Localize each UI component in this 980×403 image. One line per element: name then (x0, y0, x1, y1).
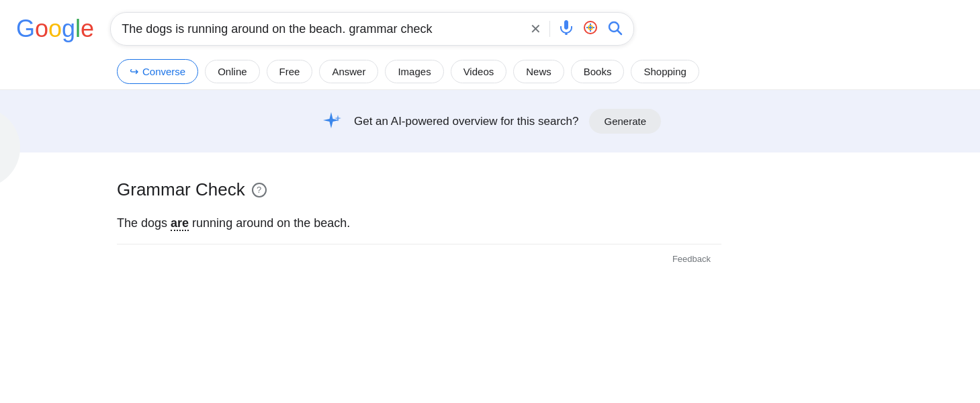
ai-banner-inner: Get an AI-powered overview for this sear… (319, 109, 661, 134)
filter-chip-videos[interactable]: Videos (451, 60, 507, 83)
help-icon[interactable]: ? (252, 183, 267, 197)
logo-o2: o (48, 15, 62, 43)
search-input[interactable] (122, 22, 522, 36)
search-divider (549, 21, 550, 37)
filter-label-images: Images (398, 66, 431, 77)
filters-row: ↪ Converse Online Free Answer Images Vid… (0, 54, 980, 90)
search-bar-icons: ✕ (530, 19, 623, 38)
mic-icon[interactable] (558, 19, 574, 38)
header: G o o g l e ✕ (0, 0, 980, 54)
filter-chip-online[interactable]: Online (205, 60, 259, 83)
google-logo: G o o g l e (16, 15, 94, 43)
ai-banner-text: Get an AI-powered overview for this sear… (354, 115, 579, 128)
generate-button[interactable]: Generate (589, 109, 661, 134)
main-content: Grammar Check ? The dogs are running aro… (0, 152, 980, 291)
filter-chip-shopping[interactable]: Shopping (631, 60, 699, 83)
corrected-sentence: The dogs are running around on the beach… (117, 216, 964, 230)
ai-sparkle-icon (319, 109, 343, 134)
filter-label-videos: Videos (463, 66, 494, 77)
sentence-before: The dogs (117, 216, 171, 230)
search-bar: ✕ (110, 12, 634, 46)
filter-label-online: Online (218, 66, 247, 77)
ai-overview-banner: Get an AI-powered overview for this sear… (0, 90, 980, 152)
logo-l: l (75, 15, 81, 43)
converse-icon: ↪ (130, 65, 138, 78)
sentence-highlight: are (171, 216, 189, 231)
search-submit-icon[interactable] (607, 19, 623, 38)
filter-label-converse: Converse (142, 66, 185, 77)
filter-chip-images[interactable]: Images (385, 60, 443, 83)
feedback-row: Feedback (117, 244, 721, 264)
filter-label-books: Books (584, 66, 612, 77)
sentence-after: running around on the beach. (189, 216, 350, 230)
feedback-link[interactable]: Feedback (672, 254, 711, 264)
filter-label-shopping: Shopping (643, 66, 686, 77)
filter-chip-news[interactable]: News (513, 60, 564, 83)
logo-g1: G (16, 15, 35, 43)
filter-chip-free[interactable]: Free (267, 60, 313, 83)
lens-icon[interactable] (582, 19, 598, 38)
svg-line-3 (618, 31, 622, 35)
filter-chip-books[interactable]: Books (571, 60, 625, 83)
clear-icon[interactable]: ✕ (530, 22, 541, 36)
filter-label-answer: Answer (332, 66, 365, 77)
logo-g2: g (62, 15, 75, 43)
filter-chip-answer[interactable]: Answer (319, 60, 378, 83)
filter-chip-converse[interactable]: ↪ Converse (117, 59, 198, 84)
filter-label-news: News (526, 66, 551, 77)
logo-e: e (81, 15, 94, 43)
grammar-check-title-text: Grammar Check (117, 179, 245, 200)
filter-label-free: Free (279, 66, 300, 77)
grammar-check-section-title: Grammar Check ? (117, 179, 964, 200)
logo-o1: o (35, 15, 48, 43)
